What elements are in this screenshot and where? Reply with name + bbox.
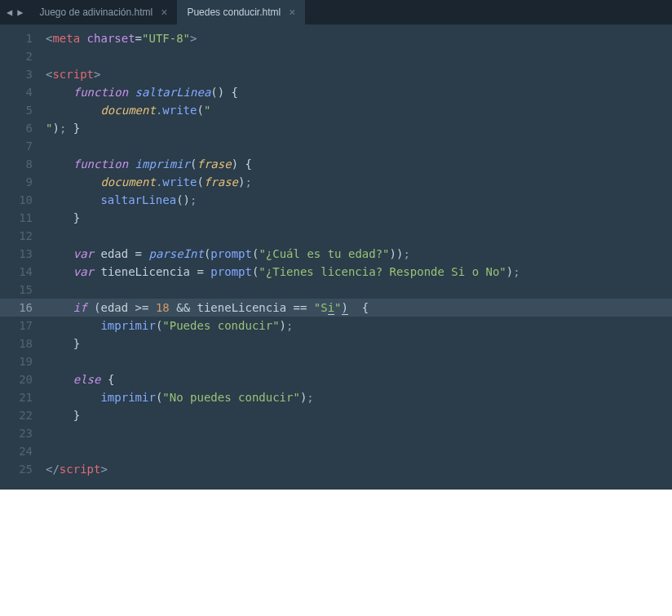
code-line[interactable]: <script>	[41, 65, 672, 83]
line-number: 7	[0, 137, 41, 155]
tab-bar: ◀ ▶ Juego de adivinación.html × Puedes c…	[0, 0, 672, 24]
line-number: 10	[0, 191, 41, 209]
code-line[interactable]: }	[41, 209, 672, 227]
code-line[interactable]	[41, 424, 672, 442]
line-number: 8	[0, 155, 41, 173]
code-line[interactable]	[41, 352, 672, 370]
line-number: 18	[0, 335, 41, 352]
line-number: 13	[0, 245, 41, 263]
line-number: 4	[0, 83, 41, 101]
line-number: 15	[0, 281, 41, 299]
code-line[interactable]	[41, 47, 672, 65]
code-line[interactable]: var tieneLicencia = prompt("¿Tienes lice…	[41, 263, 672, 281]
line-number: 5	[0, 101, 41, 119]
line-number: 22	[0, 406, 41, 424]
code-line[interactable]	[41, 137, 672, 155]
code-line[interactable]: saltarLinea();	[41, 191, 672, 209]
nav-back-icon[interactable]: ◀	[5, 5, 14, 20]
code-line[interactable]: imprimir("Puedes conducir");	[41, 317, 672, 335]
code-line[interactable]: imprimir("No puedes conducir");	[41, 388, 672, 406]
code-line[interactable]: var edad = parseInt(prompt("¿Cuál es tu …	[41, 245, 672, 263]
line-number: 14	[0, 263, 41, 281]
code-line[interactable]: }	[41, 119, 672, 137]
line-number: 24	[0, 442, 41, 460]
line-number: 3	[0, 65, 41, 83]
tab-file-1[interactable]: Juego de adivinación.html ×	[29, 0, 177, 24]
line-number: 9	[0, 173, 41, 191]
code-line[interactable]: else {	[41, 370, 672, 388]
nav-forward-icon[interactable]: ▶	[15, 5, 24, 20]
code-line[interactable]: </script>	[41, 460, 672, 478]
line-number: 25	[0, 460, 41, 478]
code-line[interactable]: }	[41, 335, 672, 352]
code-line[interactable]: function saltarLinea() {	[41, 83, 672, 101]
line-number: 17	[0, 317, 41, 335]
code-content[interactable]: <meta charset="UTF-8"><script> function …	[41, 24, 672, 490]
line-number: 12	[0, 227, 41, 245]
code-line[interactable]	[41, 281, 672, 299]
line-number: 1	[0, 29, 41, 47]
line-number: 6	[0, 119, 41, 137]
line-number: 20	[0, 370, 41, 388]
code-editor: ◀ ▶ Juego de adivinación.html × Puedes c…	[0, 0, 672, 490]
code-line[interactable]: }	[41, 406, 672, 424]
tab-file-2[interactable]: Puedes conducir.html ×	[177, 0, 305, 24]
close-icon[interactable]: ×	[161, 6, 167, 19]
code-line[interactable]: document.write(frase);	[41, 173, 672, 191]
code-line[interactable]: function imprimir(frase) {	[41, 155, 672, 173]
code-line[interactable]	[41, 227, 672, 245]
close-icon[interactable]: ×	[289, 6, 295, 19]
gutter: 1234567891011121314151617181920212223242…	[0, 24, 41, 490]
tab-label: Juego de adivinación.html	[39, 7, 153, 18]
line-number: 19	[0, 352, 41, 370]
code-line[interactable]: document.write("");	[41, 101, 672, 119]
line-number: 11	[0, 209, 41, 227]
nav-arrows: ◀ ▶	[0, 5, 29, 20]
tab-label: Puedes conducir.html	[187, 7, 281, 18]
line-number: 21	[0, 388, 41, 406]
code-area: 1234567891011121314151617181920212223242…	[0, 24, 672, 490]
code-line[interactable]: <meta charset="UTF-8">	[41, 29, 672, 47]
line-number: 23	[0, 424, 41, 442]
code-line[interactable]: if (edad >= 18 && tieneLicencia == "Si")…	[41, 299, 672, 317]
line-number: 2	[0, 47, 41, 65]
line-number: 16	[0, 299, 41, 317]
code-line[interactable]	[41, 442, 672, 460]
